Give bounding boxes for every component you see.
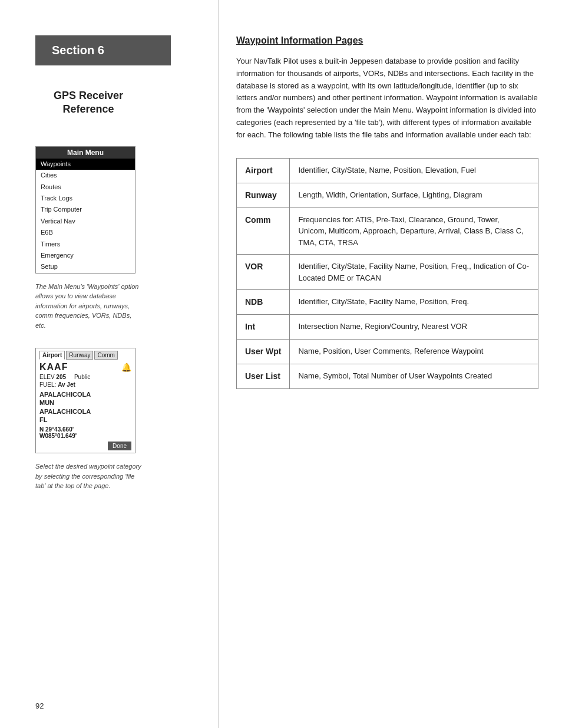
name-line2: MUN xyxy=(39,399,54,406)
airport-icon: 🔔 xyxy=(121,363,131,372)
name-line4: FL xyxy=(39,416,47,423)
done-button-container: Done xyxy=(39,442,131,450)
airport-identifier: KAAF xyxy=(39,362,68,373)
sidebar: Section 6 GPS ReceiverReference Main Men… xyxy=(0,0,218,728)
airport-tabs: Airport Runway Comm xyxy=(39,351,131,360)
airport-caption: Select the desired waypoint category by … xyxy=(35,462,141,491)
menu-caption: The Main Menu's 'Waypoints' option allow… xyxy=(35,282,141,331)
airport-coords: N 29°43.660' W085°01.649' xyxy=(39,426,131,439)
category-comm: Comm xyxy=(237,207,290,255)
category-vor: VOR xyxy=(237,255,290,290)
gps-title: GPS ReceiverReference xyxy=(35,89,141,117)
category-int: Int xyxy=(237,315,290,340)
menu-item-cities[interactable]: Cities xyxy=(36,170,135,181)
elev-value: 205 xyxy=(56,374,66,380)
name-line1: APALACHICOLA xyxy=(39,391,91,398)
airport-fuel: FUEL: Av Jet xyxy=(39,381,131,388)
table-row-airport: Airport Identifier, City/State, Name, Po… xyxy=(237,158,538,183)
menu-item-vertical-nav[interactable]: Vertical Nav xyxy=(36,216,135,227)
table-row-runway: Runway Length, Width, Orientation, Surfa… xyxy=(237,183,538,207)
section-label: Section 6 xyxy=(52,44,104,57)
tab-comm[interactable]: Comm xyxy=(94,351,117,360)
info-ndb: Identifier, City/State, Facility Name, P… xyxy=(290,290,538,315)
table-row-user-wpt: User Wpt Name, Position, User Comments, … xyxy=(237,340,538,364)
airport-display-box: Airport Runway Comm KAAF 🔔 ELEV 205 Publ… xyxy=(35,348,135,453)
content-title: Waypoint Information Pages xyxy=(236,35,538,46)
menu-item-e6b[interactable]: E6B xyxy=(36,227,135,238)
category-runway: Runway xyxy=(237,183,290,207)
tab-airport[interactable]: Airport xyxy=(39,351,65,360)
public-label: Public xyxy=(74,374,90,380)
menu-item-emergency[interactable]: Emergency xyxy=(36,250,135,261)
table-row-int: Int Intersection Name, Region/Country, N… xyxy=(237,315,538,340)
done-button[interactable]: Done xyxy=(108,442,131,450)
waypoint-info-table: Airport Identifier, City/State, Name, Po… xyxy=(236,158,538,390)
table-row-user-list: User List Name, Symbol, Total Number of … xyxy=(237,364,538,389)
airport-name: APALACHICOLA MUN APALACHICOLA FL xyxy=(39,390,131,424)
menu-item-routes[interactable]: Routes xyxy=(36,182,135,193)
page-number: 92 xyxy=(35,684,44,710)
page-container: Section 6 GPS ReceiverReference Main Men… xyxy=(0,0,562,728)
info-int: Intersection Name, Region/Country, Neare… xyxy=(290,315,538,340)
info-user-list: Name, Symbol, Total Number of User Waypo… xyxy=(290,364,538,389)
elev-label: ELEV xyxy=(39,374,55,380)
main-menu-box: Main Menu Waypoints Cities Routes Track … xyxy=(35,146,135,274)
info-vor: Identifier, City/State, Facility Name, P… xyxy=(290,255,538,290)
menu-item-waypoints[interactable]: Waypoints xyxy=(36,159,135,170)
category-airport: Airport xyxy=(237,158,290,183)
main-content: Waypoint Information Pages Your NavTalk … xyxy=(218,0,562,728)
table-row-ndb: NDB Identifier, City/State, Facility Nam… xyxy=(237,290,538,315)
table-row-comm: Comm Frequencies for: ATIS, Pre-Taxi, Cl… xyxy=(237,207,538,255)
fuel-value: Av Jet xyxy=(58,381,75,388)
intro-text: Your NavTalk Pilot uses a built-in Jeppe… xyxy=(236,55,538,141)
section-header: Section 6 xyxy=(35,35,171,65)
info-comm: Frequencies for: ATIS, Pre-Taxi, Clearan… xyxy=(290,207,538,255)
coord2: W085°01.649' xyxy=(39,433,77,439)
category-ndb: NDB xyxy=(237,290,290,315)
tab-runway[interactable]: Runway xyxy=(66,351,93,360)
coord1: N 29°43.660' xyxy=(39,426,74,433)
info-airport: Identifier, City/State, Name, Position, … xyxy=(290,158,538,183)
category-user-list: User List xyxy=(237,364,290,389)
name-line3: APALACHICOLA xyxy=(39,408,91,415)
fuel-label: FUEL xyxy=(39,381,55,388)
info-user-wpt: Name, Position, User Comments, Reference… xyxy=(290,340,538,364)
menu-item-track-logs[interactable]: Track Logs xyxy=(36,193,135,204)
info-runway: Length, Width, Orientation, Surface, Lig… xyxy=(290,183,538,207)
category-user-wpt: User Wpt xyxy=(237,340,290,364)
menu-item-timers[interactable]: Timers xyxy=(36,239,135,250)
table-row-vor: VOR Identifier, City/State, Facility Nam… xyxy=(237,255,538,290)
main-menu-header: Main Menu xyxy=(36,147,135,159)
menu-item-setup[interactable]: Setup xyxy=(36,261,135,272)
menu-item-trip-computer[interactable]: Trip Computer xyxy=(36,204,135,215)
airport-elevation: ELEV 205 Public xyxy=(39,374,131,380)
